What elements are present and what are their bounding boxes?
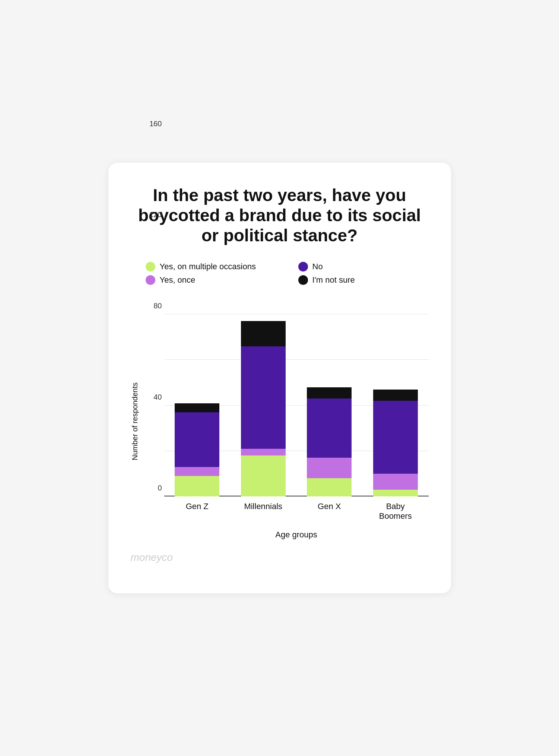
bar-group-gen-x: [307, 387, 352, 497]
legend-dot-multiple: [146, 262, 155, 271]
segment-once: [307, 458, 352, 478]
legend-dot-notsure: [298, 275, 308, 285]
segment-no: [241, 346, 286, 449]
legend-label-multiple: Yes, on multiple occasions: [160, 262, 256, 271]
grid-label-80: 80: [146, 301, 162, 310]
segment-notsure: [241, 321, 286, 346]
chart-card: In the past two years, have you boycotte…: [108, 163, 451, 594]
x-label-gen-x: Gen X: [307, 502, 352, 521]
segment-no: [373, 401, 418, 474]
legend-item-once: Yes, once: [146, 275, 276, 285]
segment-notsure: [307, 387, 352, 399]
bar-group-baby-boomers: [373, 390, 418, 497]
segment-multiple: [241, 455, 286, 496]
segment-notsure: [175, 403, 219, 412]
segment-no: [175, 412, 219, 467]
y-axis-label: Number of respondents: [131, 303, 142, 540]
grid-label-160: 160: [146, 119, 162, 128]
grid-label-0: 0: [146, 484, 162, 492]
stacked-bar-baby-boomers: [373, 390, 418, 497]
legend: Yes, on multiple occasionsNoYes, onceI'm…: [131, 262, 429, 285]
legend-dot-no: [298, 262, 308, 271]
x-axis: Gen ZMillennialsGen XBaby Boomers: [146, 502, 429, 521]
segment-multiple: [175, 476, 219, 496]
watermark: moneyco: [131, 552, 429, 563]
grid-label-120: 120: [146, 210, 162, 219]
legend-item-notsure: I'm not sure: [298, 275, 429, 285]
chart-title: In the past two years, have you boycotte…: [131, 185, 429, 246]
stacked-bar-gen-z: [175, 403, 219, 497]
legend-label-no: No: [312, 262, 323, 271]
grid-and-bars: 04080120160: [146, 303, 429, 496]
x-label-millennials: Millennials: [241, 502, 286, 521]
bar-group-millennials: [241, 321, 286, 496]
x-axis-title: Age groups: [146, 530, 429, 540]
bars-row: [164, 303, 429, 496]
segment-multiple: [307, 478, 352, 496]
grid-label-40: 40: [146, 393, 162, 401]
segment-notsure: [373, 390, 418, 401]
segment-once: [241, 449, 286, 455]
bar-group-gen-z: [175, 403, 219, 497]
legend-label-once: Yes, once: [160, 275, 196, 285]
segment-once: [175, 467, 219, 476]
segment-no: [307, 398, 352, 458]
stacked-bar-millennials: [241, 321, 286, 496]
stacked-bar-gen-x: [307, 387, 352, 497]
legend-label-notsure: I'm not sure: [312, 275, 355, 285]
segment-once: [373, 474, 418, 490]
x-label-baby-boomers: Baby Boomers: [373, 502, 418, 521]
legend-item-no: No: [298, 262, 429, 271]
chart-inner: 04080120160 Gen ZMillennialsGen XBaby Bo…: [146, 303, 429, 540]
legend-dot-once: [146, 275, 155, 285]
x-label-gen-z: Gen Z: [175, 502, 219, 521]
segment-multiple: [373, 490, 418, 496]
chart-area: Number of respondents 04080120160 Gen ZM…: [131, 303, 429, 540]
legend-item-multiple: Yes, on multiple occasions: [146, 262, 276, 271]
